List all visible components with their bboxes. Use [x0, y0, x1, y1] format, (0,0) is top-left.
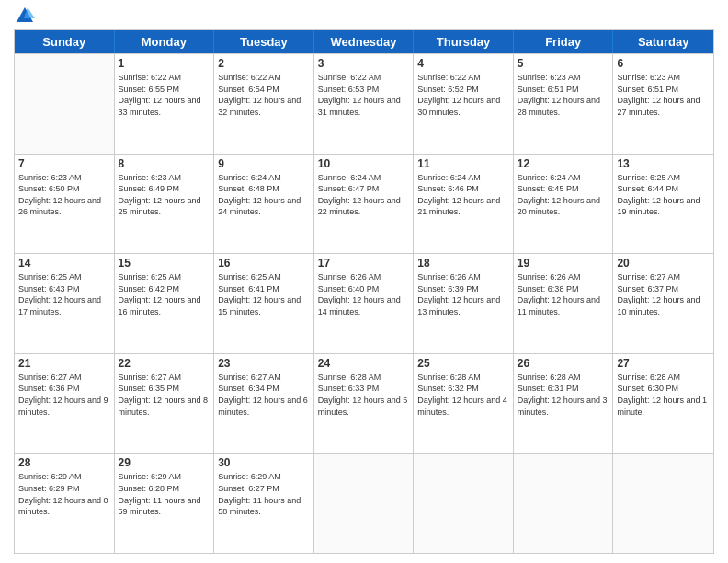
cal-cell-empty-4 [414, 454, 514, 553]
day-number: 27 [617, 357, 710, 370]
cell-info: Sunrise: 6:26 AM Sunset: 6:38 PM Dayligh… [518, 271, 609, 317]
cal-cell-26: 26Sunrise: 6:28 AM Sunset: 6:31 PM Dayli… [514, 354, 614, 454]
cell-info: Sunrise: 6:24 AM Sunset: 6:45 PM Dayligh… [518, 172, 609, 218]
cal-week-4: 28Sunrise: 6:29 AM Sunset: 6:29 PM Dayli… [15, 453, 713, 553]
day-number: 8 [119, 157, 210, 170]
day-number: 25 [417, 357, 509, 370]
cell-info: Sunrise: 6:25 AM Sunset: 6:44 PM Dayligh… [617, 172, 710, 218]
cell-info: Sunrise: 6:23 AM Sunset: 6:50 PM Dayligh… [18, 172, 110, 218]
cal-cell-9: 9Sunrise: 6:24 AM Sunset: 6:48 PM Daylig… [214, 155, 314, 254]
cal-cell-25: 25Sunrise: 6:28 AM Sunset: 6:32 PM Dayli… [414, 354, 514, 454]
cal-cell-empty-5 [514, 454, 614, 553]
cell-info: Sunrise: 6:25 AM Sunset: 6:42 PM Dayligh… [119, 271, 210, 317]
cal-cell-21: 21Sunrise: 6:27 AM Sunset: 6:36 PM Dayli… [15, 354, 115, 454]
day-number: 28 [18, 456, 110, 469]
cell-info: Sunrise: 6:27 AM Sunset: 6:34 PM Dayligh… [218, 372, 310, 418]
cal-cell-15: 15Sunrise: 6:25 AM Sunset: 6:42 PM Dayli… [115, 254, 215, 353]
cal-cell-empty-0 [15, 54, 115, 154]
cell-info: Sunrise: 6:22 AM Sunset: 6:52 PM Dayligh… [417, 72, 509, 118]
day-number: 18 [417, 257, 509, 270]
cal-cell-4: 4Sunrise: 6:22 AM Sunset: 6:52 PM Daylig… [414, 54, 514, 154]
cal-cell-27: 27Sunrise: 6:28 AM Sunset: 6:30 PM Dayli… [613, 354, 713, 454]
day-number: 9 [218, 157, 310, 170]
header-day-sunday: Sunday [15, 30, 115, 53]
cell-info: Sunrise: 6:22 AM Sunset: 6:53 PM Dayligh… [318, 72, 410, 118]
day-number: 14 [18, 257, 110, 270]
day-number: 23 [218, 357, 310, 370]
day-number: 24 [318, 357, 410, 370]
cal-cell-29: 29Sunrise: 6:29 AM Sunset: 6:28 PM Dayli… [115, 454, 215, 553]
cal-cell-5: 5Sunrise: 6:23 AM Sunset: 6:51 PM Daylig… [514, 54, 614, 154]
cal-cell-23: 23Sunrise: 6:27 AM Sunset: 6:34 PM Dayli… [214, 354, 314, 454]
day-number: 11 [417, 157, 509, 170]
cell-info: Sunrise: 6:25 AM Sunset: 6:41 PM Dayligh… [218, 271, 310, 317]
cell-info: Sunrise: 6:26 AM Sunset: 6:40 PM Dayligh… [318, 271, 410, 317]
day-number: 10 [318, 157, 410, 170]
cal-cell-14: 14Sunrise: 6:25 AM Sunset: 6:43 PM Dayli… [15, 254, 115, 353]
cell-info: Sunrise: 6:22 AM Sunset: 6:54 PM Dayligh… [218, 72, 310, 118]
cal-cell-13: 13Sunrise: 6:25 AM Sunset: 6:44 PM Dayli… [613, 155, 713, 254]
header-day-tuesday: Tuesday [214, 30, 314, 53]
cal-cell-18: 18Sunrise: 6:26 AM Sunset: 6:39 PM Dayli… [414, 254, 514, 353]
day-number: 21 [18, 357, 110, 370]
cal-week-2: 14Sunrise: 6:25 AM Sunset: 6:43 PM Dayli… [15, 253, 713, 353]
cell-info: Sunrise: 6:28 AM Sunset: 6:31 PM Dayligh… [518, 372, 609, 418]
day-number: 6 [617, 57, 710, 70]
logo-icon [15, 6, 35, 26]
cal-cell-22: 22Sunrise: 6:27 AM Sunset: 6:35 PM Dayli… [115, 354, 215, 454]
cell-info: Sunrise: 6:27 AM Sunset: 6:35 PM Dayligh… [119, 372, 210, 418]
day-number: 15 [119, 257, 210, 270]
cal-week-3: 21Sunrise: 6:27 AM Sunset: 6:36 PM Dayli… [15, 353, 713, 454]
cell-info: Sunrise: 6:24 AM Sunset: 6:48 PM Dayligh… [218, 172, 310, 218]
cell-info: Sunrise: 6:23 AM Sunset: 6:49 PM Dayligh… [119, 172, 210, 218]
day-number: 16 [218, 257, 310, 270]
day-number: 2 [218, 57, 310, 70]
cal-cell-2: 2Sunrise: 6:22 AM Sunset: 6:54 PM Daylig… [214, 54, 314, 154]
day-number: 19 [518, 257, 609, 270]
calendar-header: SundayMondayTuesdayWednesdayThursdayFrid… [15, 30, 713, 53]
cal-cell-19: 19Sunrise: 6:26 AM Sunset: 6:38 PM Dayli… [514, 254, 614, 353]
cell-info: Sunrise: 6:29 AM Sunset: 6:27 PM Dayligh… [218, 471, 310, 517]
cal-cell-11: 11Sunrise: 6:24 AM Sunset: 6:46 PM Dayli… [414, 155, 514, 254]
cal-cell-10: 10Sunrise: 6:24 AM Sunset: 6:47 PM Dayli… [314, 155, 415, 254]
cal-week-0: 1Sunrise: 6:22 AM Sunset: 6:55 PM Daylig… [15, 53, 713, 154]
cal-cell-3: 3Sunrise: 6:22 AM Sunset: 6:53 PM Daylig… [314, 54, 415, 154]
cal-cell-8: 8Sunrise: 6:23 AM Sunset: 6:49 PM Daylig… [115, 155, 215, 254]
day-number: 26 [518, 357, 609, 370]
calendar: SundayMondayTuesdayWednesdayThursdayFrid… [14, 29, 714, 554]
cell-info: Sunrise: 6:29 AM Sunset: 6:29 PM Dayligh… [18, 471, 110, 517]
day-number: 29 [119, 456, 210, 469]
day-number: 30 [218, 456, 310, 469]
day-number: 22 [119, 357, 210, 370]
day-number: 1 [119, 57, 210, 70]
header-day-thursday: Thursday [414, 30, 514, 53]
day-number: 17 [318, 257, 410, 270]
cell-info: Sunrise: 6:25 AM Sunset: 6:43 PM Dayligh… [18, 271, 110, 317]
day-number: 12 [518, 157, 609, 170]
cell-info: Sunrise: 6:29 AM Sunset: 6:28 PM Dayligh… [119, 471, 210, 517]
header [14, 9, 714, 22]
cell-info: Sunrise: 6:24 AM Sunset: 6:46 PM Dayligh… [417, 172, 509, 218]
cell-info: Sunrise: 6:22 AM Sunset: 6:55 PM Dayligh… [119, 72, 210, 118]
cal-cell-28: 28Sunrise: 6:29 AM Sunset: 6:29 PM Dayli… [15, 454, 115, 553]
cal-cell-12: 12Sunrise: 6:24 AM Sunset: 6:45 PM Dayli… [514, 155, 614, 254]
cell-info: Sunrise: 6:23 AM Sunset: 6:51 PM Dayligh… [617, 72, 710, 118]
day-number: 5 [518, 57, 609, 70]
cal-cell-1: 1Sunrise: 6:22 AM Sunset: 6:55 PM Daylig… [115, 54, 215, 154]
header-day-friday: Friday [514, 30, 614, 53]
day-number: 7 [18, 157, 110, 170]
cell-info: Sunrise: 6:27 AM Sunset: 6:37 PM Dayligh… [617, 271, 710, 317]
day-number: 13 [617, 157, 710, 170]
day-number: 3 [318, 57, 410, 70]
cal-cell-24: 24Sunrise: 6:28 AM Sunset: 6:33 PM Dayli… [314, 354, 415, 454]
cal-cell-6: 6Sunrise: 6:23 AM Sunset: 6:51 PM Daylig… [613, 54, 713, 154]
logo [14, 9, 35, 22]
header-day-saturday: Saturday [613, 30, 713, 53]
cal-cell-7: 7Sunrise: 6:23 AM Sunset: 6:50 PM Daylig… [15, 155, 115, 254]
calendar-body: 1Sunrise: 6:22 AM Sunset: 6:55 PM Daylig… [15, 53, 713, 553]
cal-cell-20: 20Sunrise: 6:27 AM Sunset: 6:37 PM Dayli… [613, 254, 713, 353]
cal-week-1: 7Sunrise: 6:23 AM Sunset: 6:50 PM Daylig… [15, 154, 713, 254]
cal-cell-empty-6 [613, 454, 713, 553]
cell-info: Sunrise: 6:28 AM Sunset: 6:30 PM Dayligh… [617, 372, 710, 418]
cal-cell-16: 16Sunrise: 6:25 AM Sunset: 6:41 PM Dayli… [214, 254, 314, 353]
